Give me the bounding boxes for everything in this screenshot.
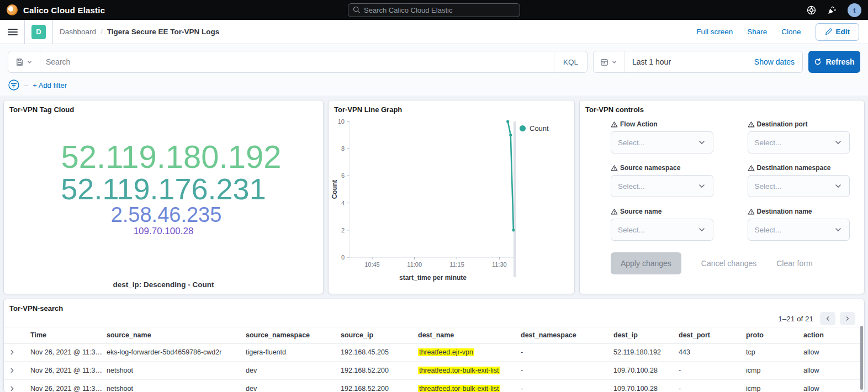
legend-item-count[interactable]: Count	[520, 124, 549, 133]
table-scrollbar[interactable]	[860, 326, 863, 390]
cancel-changes-button[interactable]: Cancel changes	[701, 259, 756, 268]
clear-form-button[interactable]: Clear form	[776, 259, 812, 268]
table-row[interactable]: Nov 26, 2021 @ 11:35:04.000eks-log-forwa…	[4, 343, 864, 362]
column-header-dest_ip[interactable]: dest_ip	[613, 331, 679, 339]
refresh-icon	[814, 58, 822, 66]
panel-title[interactable]: Tor-VPN Line Graph	[329, 100, 574, 116]
filter-icon[interactable]	[8, 79, 20, 91]
global-search-input[interactable]	[364, 6, 515, 14]
expand-row-button[interactable]	[8, 385, 30, 392]
apply-changes-button[interactable]: Apply changes	[611, 252, 681, 274]
expand-row-button[interactable]	[8, 348, 30, 356]
control-field-source-name: Source name Select...	[611, 208, 713, 241]
next-page-button[interactable]	[840, 312, 855, 325]
chevron-down-icon	[834, 138, 843, 147]
cell: dev	[246, 367, 341, 374]
app-logo-icon[interactable]	[7, 4, 18, 15]
tag-cloud-word[interactable]: 52.119.180.192	[61, 140, 282, 173]
column-header-time[interactable]: Time	[30, 331, 107, 339]
query-language-button[interactable]: KQL	[554, 51, 587, 72]
column-header-proto[interactable]: proto	[746, 331, 803, 339]
user-avatar[interactable]: t	[848, 3, 861, 17]
select-source-namespace[interactable]: Select...	[611, 175, 713, 197]
control-label: Source name	[611, 208, 713, 215]
kql-search-bar: KQL	[8, 51, 588, 73]
select-source-name[interactable]: Select...	[611, 219, 713, 241]
table-body: Nov 26, 2021 @ 11:35:04.000eks-log-forwa…	[4, 343, 864, 392]
menu-icon[interactable]	[8, 29, 18, 35]
cell: -	[521, 385, 613, 392]
svg-text:11:15: 11:15	[449, 261, 464, 268]
tag-cloud-words: 52.119.180.19252.119.176.2312.58.46.2351…	[4, 140, 323, 236]
filter-dash: –	[24, 81, 28, 89]
column-header-dest_name[interactable]: dest_name	[418, 331, 521, 339]
select-destination-port[interactable]: Select...	[748, 131, 850, 153]
cell: 192.168.52.200	[341, 385, 418, 392]
highlighted-value[interactable]: threatfeed.tor-bulk-exit-list	[418, 385, 500, 392]
cell-dest-name: threatfeed.tor-bulk-exit-list	[418, 367, 521, 374]
cell: Nov 26, 2021 @ 11:35:04.000	[30, 348, 107, 356]
full-screen-button[interactable]: Full screen	[696, 28, 733, 36]
column-header-source_ip[interactable]: source_ip	[341, 331, 418, 339]
breadcrumb: Dashboard / Tigera Secure EE Tor-VPN Log…	[60, 28, 219, 36]
calendar-icon	[600, 58, 608, 66]
highlighted-value[interactable]: threatfeed.ejr-vpn	[418, 348, 474, 356]
nav-bar: D Dashboard / Tigera Secure EE Tor-VPN L…	[0, 20, 868, 44]
select-flow-action[interactable]: Select...	[611, 131, 713, 153]
cell: 52.119.180.192	[613, 348, 679, 356]
column-header-dest_namespace[interactable]: dest_namespace	[521, 331, 613, 339]
quick-select-menu-button[interactable]	[594, 51, 624, 72]
show-dates-button[interactable]: Show dates	[754, 57, 802, 66]
controls-grid: Flow Action Select... Destination port S…	[580, 116, 864, 241]
line-graph-panel: Tor-VPN Line Graph 024681010:4511:0011:1…	[328, 100, 575, 294]
chevron-down-icon	[834, 225, 843, 234]
panel-title[interactable]: Tor-VPN controls	[580, 100, 864, 116]
control-label: Flow Action	[611, 120, 713, 128]
expand-row-button[interactable]	[8, 367, 30, 374]
dashboard-app-badge[interactable]: D	[31, 25, 46, 39]
chevron-down-icon	[697, 138, 706, 147]
controls-panel: Tor-VPN controls Flow Action Select... D…	[579, 100, 865, 294]
table-row[interactable]: Nov 26, 2021 @ 11:34:54.000netshootdev19…	[4, 380, 864, 392]
tag-cloud-word[interactable]: 2.58.46.235	[111, 204, 222, 226]
prev-page-button[interactable]	[820, 312, 835, 325]
panel-title[interactable]: Tor-VPN-search	[4, 299, 864, 315]
select-destination-name[interactable]: Select...	[748, 219, 850, 241]
cell: tcp	[746, 348, 803, 356]
cell: 443	[679, 348, 746, 356]
svg-text:11:00: 11:00	[407, 261, 422, 268]
global-search[interactable]	[348, 3, 520, 17]
column-header-action[interactable]: action	[803, 331, 860, 339]
svg-text:0: 0	[341, 254, 345, 261]
cell-dest-name: threatfeed.tor-bulk-exit-list	[418, 385, 521, 392]
refresh-button[interactable]: Refresh	[808, 51, 860, 73]
tag-cloud-word[interactable]: 52.119.176.231	[61, 173, 266, 204]
table-row[interactable]: Nov 26, 2021 @ 11:35:04.000netshootdev19…	[4, 362, 864, 380]
column-header-dest_port[interactable]: dest_port	[679, 331, 746, 339]
control-field-destination-name: Destination name Select...	[748, 208, 850, 241]
table-header: Timesource_namesource_namespacesource_ip…	[4, 327, 864, 343]
edit-button[interactable]: Edit	[816, 23, 860, 41]
cell: netshoot	[107, 367, 246, 374]
cell: Nov 26, 2021 @ 11:34:54.000	[30, 385, 107, 392]
chevron-right-icon	[8, 348, 16, 356]
column-header-source_namespace[interactable]: source_namespace	[246, 331, 341, 339]
share-button[interactable]: Share	[747, 28, 767, 36]
column-header-source_name[interactable]: source_name	[107, 331, 246, 339]
add-filter-button[interactable]: + Add filter	[33, 81, 67, 89]
saved-query-menu-button[interactable]	[8, 51, 40, 72]
select-destination-namespace[interactable]: Select...	[748, 175, 850, 197]
cell: 192.168.52.200	[341, 367, 418, 374]
chevron-down-icon	[697, 225, 706, 234]
celebration-party-popper-icon[interactable]	[827, 6, 837, 15]
time-range-value[interactable]: Last 1 hour	[624, 57, 671, 66]
query-search-input[interactable]	[40, 57, 554, 66]
highlighted-value[interactable]: threatfeed.tor-bulk-exit-list	[418, 367, 500, 374]
clone-button[interactable]: Clone	[781, 28, 801, 36]
help-life-ring-icon[interactable]	[807, 6, 816, 15]
breadcrumb-dashboard[interactable]: Dashboard	[60, 28, 96, 36]
tag-cloud-word[interactable]: 109.70.100.28	[134, 226, 194, 236]
app-title: Calico Cloud Elastic	[23, 6, 105, 15]
panel-title[interactable]: Tor-VPN Tag Cloud	[4, 100, 323, 116]
svg-text:2: 2	[341, 227, 345, 234]
